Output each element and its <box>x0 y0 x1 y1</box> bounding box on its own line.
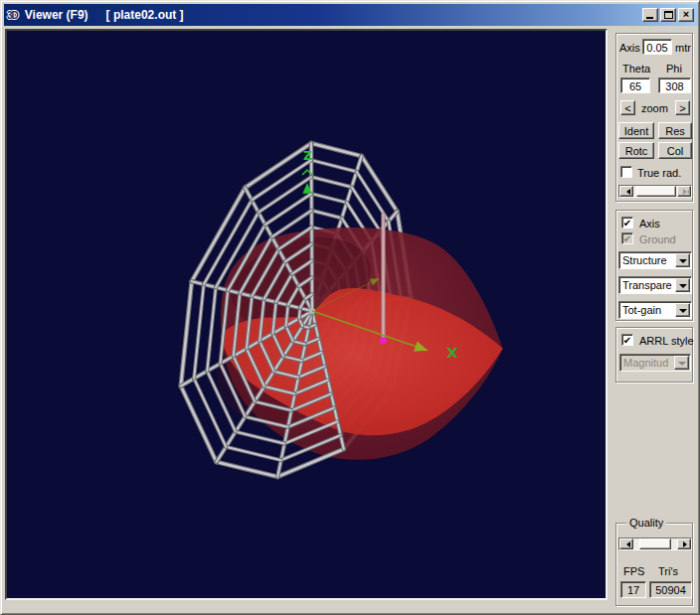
slider-thumb[interactable] <box>636 186 676 197</box>
svg-text:X: X <box>446 344 458 362</box>
tris-value: 50904 <box>649 581 692 598</box>
slider-left-arrow[interactable] <box>619 538 633 549</box>
close-button[interactable]: × <box>678 8 694 22</box>
res-button[interactable]: Res <box>658 122 692 139</box>
window-title-file: [ plate02.out ] <box>106 8 184 22</box>
display-options-group: ✔ Axis ✔ Ground Structure Transpare Tot-… <box>615 210 693 321</box>
arrl-style-checkbox[interactable]: ✔ <box>621 334 633 346</box>
slider-right-arrow[interactable] <box>677 186 691 197</box>
axis-checkbox[interactable]: ✔ <box>621 217 633 229</box>
svg-text:Z: Z <box>303 149 312 163</box>
control-panel: Axis 0.05 mtr Theta Phi 65 308 < zoom > … <box>610 29 699 612</box>
true-rad-label: True rad. <box>637 167 681 179</box>
transparency-dropdown[interactable]: Transpare <box>618 276 692 294</box>
theta-input[interactable]: 65 <box>620 77 650 93</box>
structure-dropdown[interactable]: Structure <box>618 251 692 269</box>
axis-checkbox-label: Axis <box>639 218 660 230</box>
phi-label: Phi <box>666 63 682 75</box>
gain-dropdown[interactable]: Tot-gain <box>618 301 692 319</box>
slider-left-arrow[interactable] <box>619 186 633 197</box>
zoom-in-button[interactable]: > <box>675 100 690 115</box>
minimize-button[interactable] <box>642 8 658 22</box>
zoom-out-button[interactable]: < <box>620 100 635 115</box>
3d-scene-canvas[interactable]: XZ <box>7 31 606 598</box>
slider-thumb[interactable] <box>639 538 671 549</box>
dropdown-arrow-icon <box>674 356 689 370</box>
quality-group-label: Quality <box>626 517 666 529</box>
theta-label: Theta <box>622 63 650 75</box>
axis-unit-label: mtr <box>675 42 691 54</box>
maximize-button[interactable] <box>660 8 676 22</box>
3d-viewport[interactable]: XZ <box>5 29 608 600</box>
ground-checkbox: ✔ <box>621 232 633 244</box>
quality-group: Quality FPS Tri's 17 50904 <box>615 523 693 606</box>
fps-value: 17 <box>620 581 646 598</box>
minimize-icon <box>646 17 653 19</box>
dropdown-arrow-icon[interactable] <box>675 278 690 292</box>
window-title: Viewer (F9) <box>25 8 88 22</box>
true-rad-slider[interactable] <box>618 185 692 198</box>
app-icon: 3D <box>7 10 18 21</box>
phi-input[interactable]: 308 <box>658 77 691 93</box>
view-controls-group: Axis 0.05 mtr Theta Phi 65 308 < zoom > … <box>615 33 693 202</box>
axis-scale-input[interactable]: 0.05 <box>642 39 672 55</box>
arrl-style-group: ✔ ARRL style Magnitud <box>615 327 693 383</box>
zoom-label: zoom <box>641 102 668 114</box>
dropdown-arrow-icon[interactable] <box>675 253 690 267</box>
maximize-icon <box>664 11 673 19</box>
arrl-style-label: ARRL style <box>639 335 694 347</box>
true-rad-checkbox[interactable]: ✔ <box>620 166 632 178</box>
slider-right-arrow[interactable] <box>677 538 691 549</box>
viewer-window: 3D Viewer (F9) [ plate02.out ] × XZ Axis… <box>0 0 700 615</box>
axis-scale-label: Axis <box>619 42 640 54</box>
title-bar[interactable]: 3D Viewer (F9) [ plate02.out ] × <box>4 4 698 26</box>
quality-slider[interactable] <box>618 538 692 550</box>
magnitude-dropdown: Magnitud <box>619 354 691 372</box>
fps-label: FPS <box>623 565 644 577</box>
ident-button[interactable]: Ident <box>618 122 654 139</box>
rotc-button[interactable]: Rotc <box>618 142 654 159</box>
dropdown-arrow-icon[interactable] <box>675 303 690 317</box>
col-button[interactable]: Col <box>658 142 692 159</box>
tris-label: Tri's <box>658 565 678 577</box>
ground-checkbox-label: Ground <box>639 233 676 245</box>
